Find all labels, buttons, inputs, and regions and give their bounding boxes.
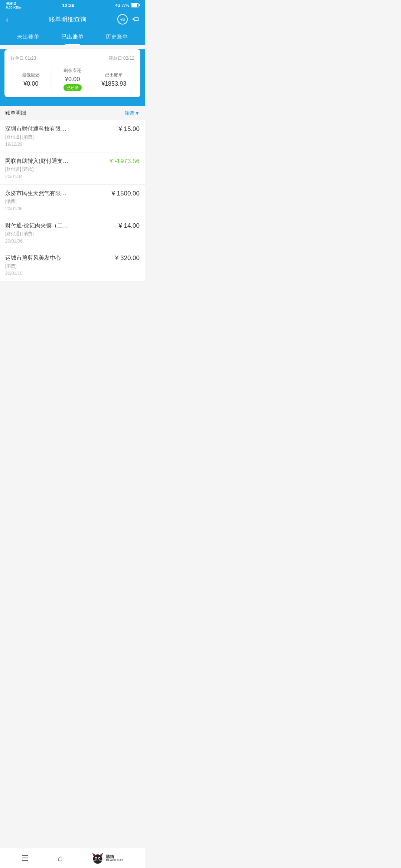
due-date-label: 还款日 02/12 [109, 55, 134, 62]
transaction-date: 20/01/04 [5, 174, 106, 179]
min-due-item: 最低应还 ¥0.00 [10, 72, 52, 87]
transaction-date: 19/12/29 [5, 142, 115, 147]
transaction-date: 20/01/06 [5, 239, 115, 244]
transaction-amount: ¥ 320.00 [111, 254, 140, 262]
transaction-list: 深圳市财付通科技有限… [财付通] [消费] 19/12/29 ¥ 15.00 … [0, 120, 145, 282]
tab-bar: 未出账单 已出账单 历史账单 [6, 30, 139, 45]
header-top: ‹ 账单明细查询 ¥$ 🏷 [6, 14, 139, 24]
transaction-amount: ¥ 15.00 [115, 125, 140, 133]
min-due-value: ¥0.00 [10, 80, 52, 87]
transaction-name: 运城市剪剪风美发中心 [5, 254, 111, 262]
transaction-tags: [财付通] [消费] [5, 231, 115, 237]
bill-dates: 账单日 01/23 还款日 02/12 [10, 55, 134, 62]
filter-icon: ▼ [135, 111, 140, 116]
remaining-item: 剩余应还 ¥0.00 已还清 [52, 68, 93, 91]
transaction-item[interactable]: 运城市剪剪风美发中心 [消费] 20/01/10 ¥ 320.00 [0, 249, 145, 282]
min-due-title: 最低应还 [10, 72, 52, 78]
transaction-date: 20/01/10 [5, 271, 111, 276]
time-display: 12:36 [62, 3, 74, 8]
transaction-item[interactable]: 深圳市财付通科技有限… [财付通] [消费] 19/12/29 ¥ 15.00 [0, 120, 145, 152]
transaction-amount: ¥ 14.00 [115, 222, 140, 230]
transaction-name: 永济市民生天然气有限… [5, 190, 108, 197]
transaction-info: 网联自助转入(财付通支… [财付通] [还款] 20/01/04 [5, 158, 106, 179]
transaction-amount: ¥ 1500.00 [108, 190, 140, 197]
bill-amounts: 最低应还 ¥0.00 剩余应还 ¥0.00 已还清 已出账单 ¥1853.93 [10, 68, 134, 91]
network-type: 4G [115, 3, 120, 7]
transaction-tags: [财付通] [消费] [5, 134, 115, 140]
data-speed: 0.00 KB/s [6, 6, 21, 9]
transaction-info: 永济市民生天然气有限… [消费] 20/01/06 [5, 190, 108, 211]
yen-icon: ¥$ [120, 17, 125, 22]
currency-icon-button[interactable]: ¥$ [117, 14, 128, 24]
transaction-amount: ¥ -1973.56 [106, 158, 140, 165]
header: ‹ 账单明细查询 ¥$ 🏷 未出账单 已出账单 历史账单 [0, 10, 145, 45]
status-bar: 4GHD 0.00 KB/s 12:36 4G 77% [0, 0, 145, 10]
header-icons: ¥$ 🏷 [117, 14, 139, 24]
bill-date-label: 账单日 01/23 [10, 55, 36, 62]
transaction-info: 深圳市财付通科技有限… [财付通] [消费] 19/12/29 [5, 125, 115, 147]
remaining-value: ¥0.00 [52, 76, 93, 83]
transaction-item[interactable]: 网联自助转入(财付通支… [财付通] [还款] 20/01/04 ¥ -1973… [0, 152, 145, 185]
billed-title: 已出账单 [93, 72, 134, 78]
blue-bg-section: 账单日 01/23 还款日 02/12 最低应还 ¥0.00 剩余应还 ¥0.0… [0, 49, 145, 106]
billed-item: 已出账单 ¥1853.93 [93, 72, 134, 87]
transaction-tags: [消费] [5, 198, 108, 205]
paid-badge: 已还清 [63, 84, 82, 91]
remaining-title: 剩余应还 [52, 68, 93, 74]
signal-info: 4GHD 0.00 KB/s [6, 1, 21, 9]
transaction-item[interactable]: 财付通-徐记肉夹馍（二… [财付通] [消费] 20/01/06 ¥ 14.00 [0, 217, 145, 249]
tab-history[interactable]: 历史账单 [95, 30, 139, 45]
transaction-name: 深圳市财付通科技有限… [5, 125, 115, 132]
tag-icon-button[interactable]: 🏷 [132, 16, 139, 23]
filter-label: 筛选 [124, 110, 134, 116]
transaction-info: 运城市剪剪风美发中心 [消费] 20/01/10 [5, 254, 111, 276]
battery-icon [131, 3, 139, 7]
transaction-info: 财付通-徐记肉夹馍（二… [财付通] [消费] 20/01/06 [5, 222, 115, 244]
billed-value: ¥1853.93 [93, 80, 134, 87]
transaction-name: 网联自助转入(财付通支… [5, 158, 106, 165]
transaction-item[interactable]: 永济市民生天然气有限… [消费] 20/01/06 ¥ 1500.00 [0, 185, 145, 217]
section-header: 账单明细 筛选 ▼ [0, 106, 145, 120]
back-button[interactable]: ‹ [6, 15, 18, 24]
transaction-tags: [消费] [5, 263, 111, 269]
main-content: 账单明细 筛选 ▼ 深圳市财付通科技有限… [财付通] [消费] 19/12/2… [0, 106, 145, 304]
status-right: 4G 77% [115, 3, 139, 7]
battery-percent: 77% [122, 3, 129, 7]
bill-summary-card: 账单日 01/23 还款日 02/12 最低应还 ¥0.00 剩余应还 ¥0.0… [4, 49, 140, 97]
signal-label: 4GHD [6, 1, 21, 6]
transaction-tags: [财付通] [还款] [5, 166, 106, 172]
transaction-date: 20/01/06 [5, 206, 108, 211]
tab-published[interactable]: 已出账单 [50, 30, 94, 45]
filter-button[interactable]: 筛选 ▼ [124, 110, 140, 116]
page-title: 账单明细查询 [49, 15, 87, 24]
transaction-name: 财付通-徐记肉夹馍（二… [5, 222, 115, 229]
tab-unpublished[interactable]: 未出账单 [6, 30, 50, 45]
section-title: 账单明细 [5, 110, 26, 116]
